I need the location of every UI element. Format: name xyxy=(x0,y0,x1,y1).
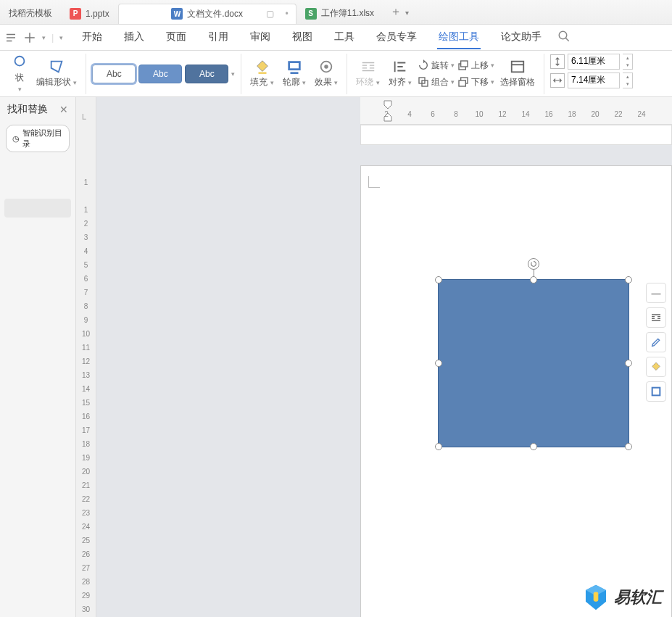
vertical-ruler: L 11234567891011121314151617181920212223… xyxy=(76,97,96,617)
height-icon xyxy=(550,54,565,69)
spreadsheet-icon: S xyxy=(305,8,317,20)
resize-handle-sw[interactable] xyxy=(435,443,442,450)
svg-rect-2 xyxy=(258,72,266,74)
menu-tools[interactable]: 工具 xyxy=(333,26,356,49)
edit-shape-button[interactable]: 编辑形状 ▾ xyxy=(33,57,80,90)
fill-button[interactable]: 填充 ▾ xyxy=(247,57,276,90)
horizontal-ruler: 24681012141618202224 xyxy=(360,97,672,125)
document-page[interactable] xyxy=(360,165,672,617)
quick-access: ▾ | ▾ xyxy=(0,31,67,44)
width-icon xyxy=(550,73,565,88)
svg-rect-3 xyxy=(289,62,300,70)
style-preset-3[interactable]: Abc xyxy=(185,65,228,83)
wrap-icon xyxy=(360,59,376,75)
selection-pane-button[interactable]: 选择窗格 xyxy=(497,57,538,90)
rotate-icon xyxy=(418,59,429,71)
fill-icon xyxy=(254,59,270,75)
resize-handle-nw[interactable] xyxy=(435,276,442,283)
edit-shape-icon xyxy=(49,59,65,75)
ribbon: 状▾ 编辑形状 ▾ Abc Abc Abc ▾ 填充 ▾ 轮廓 ▾ 效果 ▾ 环… xyxy=(0,51,672,97)
wrap-button[interactable]: 环绕 ▾ xyxy=(353,57,382,90)
menu-review[interactable]: 审阅 xyxy=(249,26,272,49)
svg-point-0 xyxy=(560,31,568,39)
moveup-button[interactable]: 上移▾ xyxy=(457,59,494,72)
tab-close-icon[interactable]: • xyxy=(286,9,289,19)
svg-point-6 xyxy=(324,65,328,69)
resize-handle-s[interactable] xyxy=(530,443,537,450)
outline-button[interactable]: 轮廓 ▾ xyxy=(280,57,309,90)
menu-insert[interactable]: 插入 xyxy=(123,26,146,49)
tab-xlsx[interactable]: S工作簿11.xlsx xyxy=(296,4,383,24)
menu-reference[interactable]: 引用 xyxy=(207,26,230,49)
menu-bar: ▾ | ▾ 开始 插入 页面 引用 审阅 视图 工具 会员专享 绘图工具 论文助… xyxy=(0,25,672,51)
svg-rect-10 xyxy=(461,61,468,67)
qa-icon-1[interactable] xyxy=(4,31,17,44)
svg-rect-15 xyxy=(594,592,599,602)
qa-dropdown-2[interactable]: ▾ xyxy=(59,34,63,41)
menu-member[interactable]: 会员专享 xyxy=(375,26,418,49)
menu-start[interactable]: 开始 xyxy=(80,26,104,49)
resize-handle-se[interactable] xyxy=(625,443,632,450)
qa-dropdown[interactable]: ▾ xyxy=(42,34,46,41)
height-spinner[interactable]: ▴▾ xyxy=(623,54,633,70)
qa-icon-2[interactable] xyxy=(23,31,36,44)
float-edit-button[interactable] xyxy=(646,332,666,352)
style-more[interactable]: ▾ xyxy=(231,70,235,78)
panel-close-icon[interactable]: ✕ xyxy=(59,104,68,115)
menu-drawingtools[interactable]: 绘图工具 xyxy=(437,26,481,49)
menu-page[interactable]: 页面 xyxy=(165,26,188,49)
up-icon xyxy=(457,59,469,71)
tab-pptx[interactable]: P1.pptx xyxy=(61,4,118,24)
nav-current-item[interactable] xyxy=(4,199,71,218)
svg-point-1 xyxy=(15,57,25,66)
float-collapse-button[interactable]: — xyxy=(646,283,666,303)
width-spinner[interactable]: ▴▾ xyxy=(623,73,633,88)
indent-marker[interactable] xyxy=(383,100,392,109)
rotate-handle[interactable] xyxy=(528,258,539,270)
margin-corner-icon xyxy=(368,176,380,188)
floating-toolbar: — xyxy=(646,283,666,402)
float-border-button[interactable] xyxy=(646,381,666,402)
group-button[interactable]: 组合▾ xyxy=(418,76,455,88)
outline-icon xyxy=(286,59,302,75)
float-fill-button[interactable] xyxy=(646,357,666,377)
window-control-icon[interactable]: ▢ xyxy=(266,9,274,19)
canvas-area: 24681012141618202224 — xyxy=(96,97,672,617)
navigation-panel: 找和替换 ✕ ◷智能识别目录 xyxy=(0,97,76,617)
down-icon xyxy=(457,76,469,88)
align-icon xyxy=(392,59,408,75)
height-input[interactable] xyxy=(568,54,620,70)
movedown-button[interactable]: 下移▾ xyxy=(457,76,494,88)
tabs-bar: 找稻壳模板 P1.pptx W文档文件.docx ▢ • S工作簿11.xlsx… xyxy=(0,0,672,25)
tab-add-button[interactable]: ＋ ▾ xyxy=(383,4,415,20)
resize-handle-ne[interactable] xyxy=(625,276,632,283)
watermark: 易软汇 xyxy=(584,584,662,611)
float-wrap-button[interactable] xyxy=(646,307,666,328)
selected-rectangle-shape[interactable] xyxy=(438,279,629,447)
style-preset-1[interactable]: Abc xyxy=(92,65,136,83)
menu-paper[interactable]: 论文助手 xyxy=(499,26,543,49)
shape-button[interactable]: 状▾ xyxy=(9,53,30,94)
resize-handle-n[interactable] xyxy=(530,276,537,283)
resize-handle-e[interactable] xyxy=(625,360,632,367)
rotate-button[interactable]: 旋转▾ xyxy=(418,59,455,72)
svg-rect-13 xyxy=(512,62,524,73)
style-preset-2[interactable]: Abc xyxy=(138,65,182,83)
menu-view[interactable]: 视图 xyxy=(291,26,314,49)
effect-button[interactable]: 效果 ▾ xyxy=(312,57,341,90)
svg-rect-12 xyxy=(459,80,465,86)
tab-templates[interactable]: 找稻壳模板 xyxy=(0,4,61,24)
watermark-icon xyxy=(584,584,608,611)
group-icon xyxy=(418,76,429,88)
selection-pane-icon xyxy=(510,59,526,75)
smart-toc-button[interactable]: ◷智能识别目录 xyxy=(6,125,70,152)
svg-rect-14 xyxy=(652,388,660,396)
resize-handle-w[interactable] xyxy=(435,360,442,367)
effect-icon xyxy=(318,59,334,75)
tab-docx-active[interactable]: W文档文件.docx ▢ • xyxy=(118,4,296,24)
search-icon[interactable] xyxy=(557,30,571,45)
width-input[interactable] xyxy=(568,73,620,88)
page-strip xyxy=(360,125,672,145)
powerpoint-icon: P xyxy=(70,8,81,20)
align-button[interactable]: 对齐 ▾ xyxy=(386,57,415,90)
